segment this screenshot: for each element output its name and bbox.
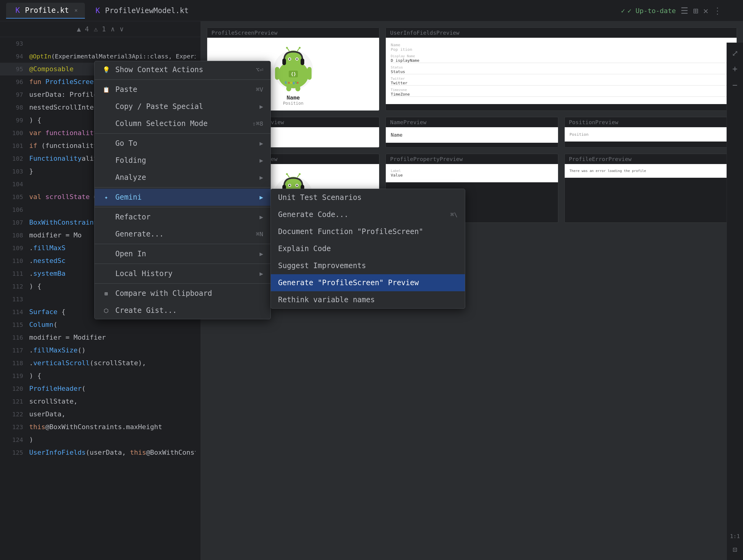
submenu-generate-code[interactable]: Generate Code... ⌘\ [271,206,465,223]
generate-code-shortcut: ⌘\ [450,211,457,218]
tab-close-icon[interactable]: × [75,7,78,13]
separator-1 [95,79,270,80]
submenu-suggest-improvements[interactable]: Suggest Improvements [271,257,465,274]
arrow-icon-analyze: ▶ [260,174,263,181]
menu-generate[interactable]: Generate... ⌘N [95,225,270,243]
menu-compare-clipboard[interactable]: ⊞ Compare with Clipboard [95,285,270,302]
profile-screen-preview-title: ProfileScreenPreview [207,28,379,38]
kotlin-icon: K [13,6,22,14]
menu-folding[interactable]: Folding ▶ [95,152,270,169]
hamburger-icon[interactable]: ☰ [681,6,688,16]
pin-icon[interactable]: ✕ [703,6,708,16]
code-line-125: 125 UserInfoFields(userData, this@BoxWit… [0,446,201,459]
svg-line-7 [287,48,289,51]
warning-icon: ▲ 4 [77,25,89,33]
gemini-icon: ✦ [102,193,111,202]
menu-go-to[interactable]: Go To ▶ [95,135,270,152]
code-line-120: 120 ProfileHeader( [0,382,201,395]
menu-gemini[interactable]: ✦ Gemini ▶ Unit Test Scenarios Generate … [95,189,270,206]
position-preview-content: Position [565,127,737,141]
svg-line-9 [297,48,299,51]
arrow-icon-copy: ▶ [260,103,263,110]
svg-point-30 [289,185,290,186]
zoom-out-icon[interactable]: − [732,80,738,90]
zoom-level: 1:1 [730,533,740,539]
submenu-generate-preview[interactable]: Generate "ProfileScreen" Preview [271,274,465,291]
menu-analyze[interactable]: Analyze ▶ [95,169,270,186]
tab-profile-kt[interactable]: K Profile.kt × [6,3,85,18]
svg-rect-11 [275,67,279,80]
profile-property-content: Label Value [386,164,558,182]
zoom-in-icon[interactable]: + [732,64,738,74]
fit-icon[interactable]: ⊡ [733,546,737,554]
submenu-rethink-names[interactable]: Rethink variable names [271,291,465,308]
menu-open-in[interactable]: Open In ▶ [95,245,270,262]
kotlin-icon-2: K [93,6,102,15]
submenu-document-function[interactable]: Document Function "ProfileScreen" [271,223,465,240]
user-info-fields-preview-card: UserInfoFieldsPreview Name Pop ition Dis… [386,28,737,111]
field-twitter: Twitter Twitter [391,77,732,86]
arrow-icon-goto: ▶ [260,140,263,147]
svg-point-8 [286,47,288,49]
svg-rect-23 [282,58,286,65]
svg-rect-12 [307,67,312,80]
position-preview-card: PositionPreview Position [564,117,737,147]
user-info-fields-content: Name Pop ition Display Name D isplayName… [386,38,737,104]
separator-7 [95,283,270,284]
separator-2 [95,133,270,134]
name-preview-title: NamePreview [386,117,558,127]
svg-text:G: G [285,81,287,85]
name-preview-card: NamePreview Name [386,117,558,147]
context-menu: 💡 Show Context Actions ⌥⏎ 📋 Paste ⌘V Cop… [94,61,271,319]
menu-refactor[interactable]: Refactor ▶ [95,209,270,225]
svg-line-32 [287,174,289,177]
field-status: Status Status [391,66,732,74]
paste-icon: 📋 [102,85,111,94]
submenu-explain-code[interactable]: Explain Code [271,240,465,257]
tab-profileviewmodel-kt[interactable]: K ProfileViewModel.kt [86,3,196,18]
expand-icon[interactable]: ⤢ [732,49,738,58]
svg-line-34 [297,174,299,177]
suggest-improvements-label: Suggest Improvements [278,261,366,270]
error-icon: ⚠ 1 [94,25,106,33]
arrow-icon-openin: ▶ [260,250,263,257]
profile-error-title: ProfileErrorPreview [565,154,737,164]
menu-paste[interactable]: 📋 Paste ⌘V [95,81,270,98]
separator-3 [95,187,270,187]
profile-error-preview-card: ProfileErrorPreview There was an error l… [564,154,737,223]
field-display-name: Display Name D isplayName [391,54,732,63]
github-icon: ⬡ [102,306,111,315]
menu-local-history[interactable]: Local History ▶ [95,265,270,282]
menu-create-gist[interactable]: ⬡ Create Gist... [95,302,270,319]
svg-point-10 [299,47,301,49]
more-icon[interactable]: ⋮ [713,6,722,16]
code-line-122: 122 userData, [0,408,201,421]
rethink-names-label: Rethink variable names [278,296,375,304]
layout-icon[interactable]: ⊞ [693,6,698,16]
arrow-icon-folding: ▶ [260,157,263,164]
field-name: Name Pop ition [391,43,732,52]
tab-label: Profile.kt [25,6,69,14]
checkmark-icon: ✓ [621,7,625,14]
submenu-unit-test[interactable]: Unit Test Scenarios [271,189,465,206]
copy-paste-icon [102,102,111,111]
up-to-date-status: ✓ ✓ Up-to-date [621,7,676,14]
svg-point-31 [296,185,298,186]
tab-bar: K Profile.kt × K ProfileViewModel.kt ✓ ✓… [0,0,743,21]
arrow-icon-history: ▶ [260,270,263,277]
svg-point-35 [299,173,301,175]
profile-name-label: Name Position [283,94,303,105]
menu-copy-paste-special[interactable]: Copy / Paste Special ▶ [95,98,270,115]
svg-rect-24 [301,58,304,65]
nav-up-icon[interactable]: ∧ [111,25,115,33]
code-line-119: 119 ) { [0,370,201,382]
user-info-fields-title: UserInfoFieldsPreview [386,28,737,38]
compare-icon: ⊞ [102,289,111,298]
unit-test-label: Unit Test Scenarios [278,193,362,202]
menu-column-selection[interactable]: Column Selection Mode ⇧⌘8 [95,115,270,132]
code-line-93: 93 [0,37,201,50]
generate-preview-label: Generate "ProfileScreen" Preview [278,278,419,287]
menu-show-context-actions[interactable]: 💡 Show Context Actions ⌥⏎ [95,61,270,78]
nav-down-icon[interactable]: ∨ [120,25,124,33]
code-line-116: 116 modifier = Modifier [0,331,201,344]
